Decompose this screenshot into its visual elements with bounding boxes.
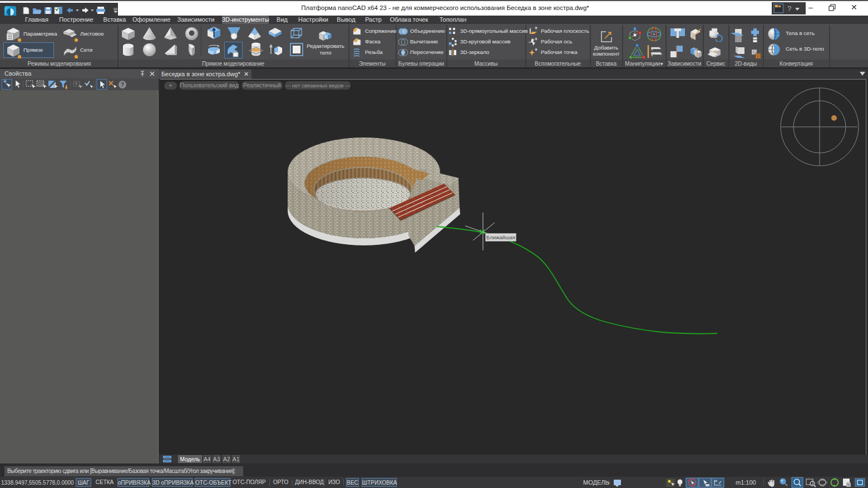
svg-text:⥮: ⥮ <box>606 480 610 486</box>
svg-text:?: ? <box>787 4 791 13</box>
svg-text:?: ? <box>121 82 124 88</box>
